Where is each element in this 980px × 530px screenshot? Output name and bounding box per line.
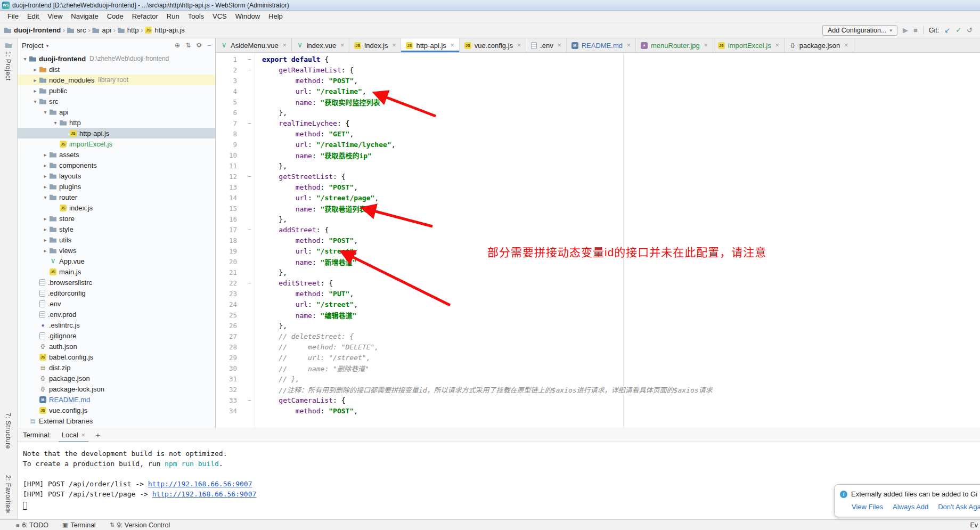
menu-refactor[interactable]: Refactor	[128, 11, 162, 22]
line-number[interactable]: 31	[216, 375, 237, 383]
line-number[interactable]: 10	[216, 151, 237, 159]
tree-item-views[interactable]: ▸views	[18, 245, 215, 256]
tree-item-auth.json[interactable]: {}auth.json	[18, 341, 215, 352]
tree-item-External Libraries[interactable]: ▤External Libraries	[18, 415, 215, 426]
code-text[interactable]: url: "/realTime/lychee",	[262, 141, 395, 149]
line-number[interactable]: 30	[216, 364, 237, 372]
breadcrumb-http[interactable]: http	[118, 26, 139, 34]
notification-link-always-add[interactable]: Always Add	[893, 503, 928, 511]
tree-item-index.js[interactable]: JSindex.js	[18, 202, 215, 213]
line-number[interactable]: 25	[216, 311, 237, 319]
expand-collapse-icon[interactable]: ⇅	[185, 42, 191, 49]
tab-vue.config.js[interactable]: JSvue.config.js×	[460, 38, 526, 52]
tree-item-.browserslistrc[interactable]: .browserslistrc	[18, 277, 215, 288]
menu-view[interactable]: View	[43, 11, 67, 22]
code-text[interactable]: name: "获取荔枝的ip"	[262, 150, 372, 160]
code-text[interactable]: realTimeLychee: {	[262, 119, 349, 127]
code-text[interactable]: url: "/realTime",	[262, 87, 366, 95]
close-icon[interactable]: ×	[392, 42, 396, 49]
tool-button-structure[interactable]: 7: Structure	[4, 413, 12, 449]
tree-item-style[interactable]: ▸style	[18, 224, 215, 234]
line-number[interactable]: 5	[216, 98, 237, 106]
line-number[interactable]: 23	[216, 290, 237, 298]
line-number[interactable]: 7	[216, 119, 237, 127]
close-icon[interactable]: ×	[627, 42, 631, 49]
code-text[interactable]: url: "/street",	[262, 300, 358, 308]
line-number[interactable]: 22	[216, 279, 237, 287]
settings-icon[interactable]: ⚙	[196, 42, 202, 49]
tree-item-vue.config.js[interactable]: JSvue.config.js	[18, 405, 215, 415]
fold-icon[interactable]: −	[237, 226, 262, 233]
tree-item-.env[interactable]: .env	[18, 298, 215, 309]
code-text[interactable]: getStreetList: {	[262, 173, 346, 181]
tree-item-.gitignore[interactable]: .gitignore	[18, 330, 215, 341]
tab-README.md[interactable]: MREADME.md×	[567, 38, 636, 52]
line-number[interactable]: 14	[216, 194, 237, 202]
fold-icon[interactable]: −	[237, 397, 262, 404]
chevron-right-icon[interactable]: ▸	[41, 152, 50, 158]
tree-item-App.vue[interactable]: VApp.vue	[18, 256, 215, 266]
tree-item-package-lock.json[interactable]: {}package-lock.json	[18, 384, 215, 394]
line-number[interactable]: 33	[216, 396, 237, 404]
close-icon[interactable]: ×	[340, 42, 344, 49]
line-number[interactable]: 24	[216, 300, 237, 308]
menu-code[interactable]: Code	[103, 11, 128, 22]
chevron-right-icon[interactable]: ▸	[41, 248, 50, 254]
breadcrumb-duoji-frontend[interactable]: duoji-frontend	[4, 26, 61, 34]
chevron-down-icon[interactable]: ▾	[21, 56, 29, 62]
tab-menuRouter.jpg[interactable]: ▴menuRouter.jpg×	[636, 38, 713, 52]
code-text[interactable]: editStreet: {	[262, 279, 333, 287]
chevron-right-icon[interactable]: ▸	[31, 77, 39, 83]
code-text[interactable]: },	[262, 268, 287, 276]
line-number[interactable]: 20	[216, 258, 237, 266]
code-text[interactable]: addStreet: {	[262, 226, 329, 234]
tree-item-main.js[interactable]: JSmain.js	[18, 266, 215, 277]
line-number[interactable]: 18	[216, 237, 237, 244]
chevron-right-icon[interactable]: ▸	[41, 162, 50, 168]
tree-item-router[interactable]: ▾router	[18, 192, 215, 202]
breadcrumb-http-api.js[interactable]: JShttp-api.js	[145, 26, 184, 34]
close-icon[interactable]: ×	[81, 431, 85, 439]
tree-item-babel.config.js[interactable]: JSbabel.config.js	[18, 352, 215, 362]
line-number[interactable]: 21	[216, 268, 237, 276]
run-icon[interactable]: ▶	[903, 27, 908, 34]
tree-item-dist[interactable]: ▸dist	[18, 64, 215, 75]
menu-window[interactable]: Window	[231, 11, 264, 22]
tree-item-src[interactable]: ▾src	[18, 96, 215, 107]
code-text[interactable]: // method: "DELETE",	[262, 343, 379, 351]
tree-item-package.json[interactable]: {}package.json	[18, 373, 215, 384]
chevron-right-icon[interactable]: ▸	[41, 237, 50, 243]
line-number[interactable]: 29	[216, 354, 237, 362]
history-icon[interactable]: ↺	[967, 27, 973, 34]
line-number[interactable]: 8	[216, 130, 237, 138]
tree-item-README.md[interactable]: MREADME.md	[18, 394, 215, 405]
tree-item-.editorconfig[interactable]: .editorconfig	[18, 288, 215, 298]
close-icon[interactable]: ×	[844, 42, 848, 49]
fold-icon[interactable]: −	[237, 56, 262, 63]
code-text[interactable]: method: "GET",	[262, 130, 354, 138]
line-number[interactable]: 28	[216, 343, 237, 351]
breadcrumb-api[interactable]: api	[92, 26, 111, 34]
menu-vcs[interactable]: VCS	[208, 11, 231, 22]
tab-package.json[interactable]: {}package.json×	[785, 38, 854, 52]
fold-icon[interactable]: −	[237, 280, 262, 287]
tree-item-public[interactable]: ▸public	[18, 85, 215, 96]
close-icon[interactable]: ×	[283, 42, 287, 49]
line-number[interactable]: 11	[216, 162, 237, 170]
line-number[interactable]: 9	[216, 141, 237, 149]
hide-icon[interactable]: −	[207, 42, 211, 49]
line-number[interactable]: 2	[216, 66, 237, 74]
code-text[interactable]: method: "POST",	[262, 77, 358, 85]
code-text[interactable]: // url: "/street",	[262, 354, 371, 362]
tree-item-store[interactable]: ▸store	[18, 213, 215, 224]
line-number[interactable]: 12	[216, 173, 237, 181]
project-panel-title[interactable]: Project	[22, 42, 43, 50]
chevron-right-icon[interactable]: ▸	[31, 88, 39, 94]
update-project-icon[interactable]: ↙	[944, 27, 950, 34]
line-number[interactable]: 15	[216, 205, 237, 213]
tree-item-plugins[interactable]: ▸plugins	[18, 181, 215, 192]
menu-file[interactable]: File	[3, 11, 23, 22]
code-text[interactable]: method: "PUT",	[262, 290, 354, 298]
status-bar-right[interactable]: Ev	[970, 520, 978, 530]
fold-icon[interactable]: −	[237, 67, 262, 74]
